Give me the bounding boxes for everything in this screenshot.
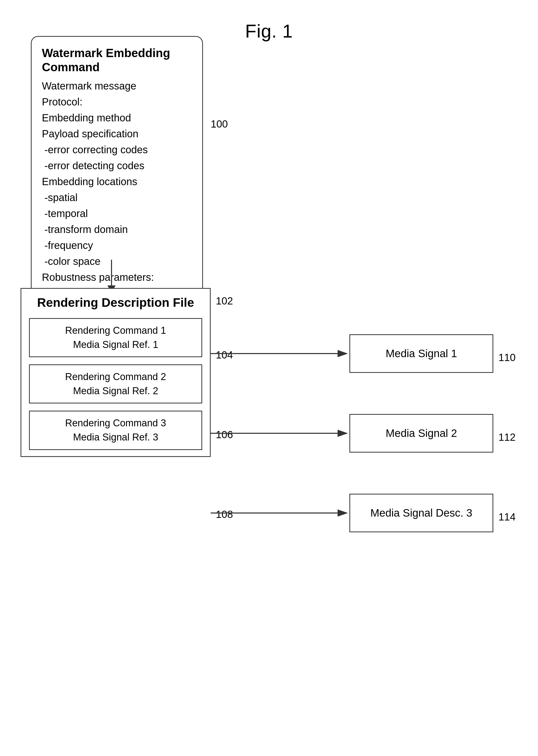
diagram-container: Fig. 1 Watermark Embedding Command Water… bbox=[0, 0, 538, 694]
cmd-box-1: Rendering Command 1 Media Signal Ref. 1 bbox=[29, 318, 202, 357]
media-box-3: Media Signal Desc. 3 bbox=[350, 494, 493, 532]
media1-label: Media Signal 1 bbox=[386, 347, 457, 360]
media-box-2: Media Signal 2 bbox=[350, 414, 493, 453]
wec-line-11: -frequency bbox=[42, 237, 192, 253]
cmd2-line1: Rendering Command 2 bbox=[35, 370, 196, 384]
wec-line-6: -error detecting codes bbox=[42, 158, 192, 173]
wec-line-2: Protocol: bbox=[42, 94, 192, 110]
wec-line-13: Robustness parameters: bbox=[42, 269, 192, 285]
label-104: 104 bbox=[216, 349, 233, 361]
wec-line-4: Payload specification bbox=[42, 126, 192, 142]
label-102: 102 bbox=[216, 295, 233, 307]
rdf-box: Rendering Description File Rendering Com… bbox=[21, 288, 211, 457]
wec-line-10: -transform domain bbox=[42, 221, 192, 237]
label-112: 112 bbox=[499, 431, 516, 443]
arrow-wec-to-rdf bbox=[107, 260, 116, 293]
label-100: 100 bbox=[211, 118, 228, 130]
cmd-box-2: Rendering Command 2 Media Signal Ref. 2 bbox=[29, 364, 202, 404]
arrow-line bbox=[111, 260, 112, 285]
page-title: Fig. 1 bbox=[0, 0, 538, 42]
label-106: 106 bbox=[216, 429, 233, 440]
wec-line-5: -error correcting codes bbox=[42, 142, 192, 158]
media3-label: Media Signal Desc. 3 bbox=[370, 507, 472, 519]
wec-line-7: Embedding locations bbox=[42, 173, 192, 190]
rdf-title: Rendering Description File bbox=[29, 295, 202, 310]
wec-title: Watermark Embedding Command bbox=[42, 46, 192, 74]
cmd3-line1: Rendering Command 3 bbox=[35, 416, 196, 430]
media2-label: Media Signal 2 bbox=[386, 427, 457, 439]
label-114: 114 bbox=[499, 511, 516, 523]
media-box-1: Media Signal 1 bbox=[350, 334, 493, 373]
cmd-box-3: Rendering Command 3 Media Signal Ref. 3 bbox=[29, 410, 202, 450]
wec-line-1: Watermark message bbox=[42, 78, 192, 94]
label-108: 108 bbox=[216, 509, 233, 520]
cmd3-line2: Media Signal Ref. 3 bbox=[35, 430, 196, 444]
cmd1-line2: Media Signal Ref. 1 bbox=[35, 338, 196, 352]
wec-line-12: -color space bbox=[42, 253, 192, 269]
wec-line-8: -spatial bbox=[42, 190, 192, 206]
cmd1-line1: Rendering Command 1 bbox=[35, 324, 196, 338]
label-110: 110 bbox=[499, 352, 516, 363]
wec-line-9: -temporal bbox=[42, 206, 192, 221]
cmd2-line2: Media Signal Ref. 2 bbox=[35, 384, 196, 398]
wec-line-3: Embedding method bbox=[42, 110, 192, 126]
